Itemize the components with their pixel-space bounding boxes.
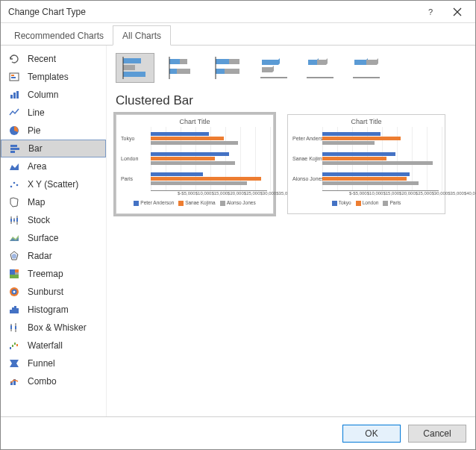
sidebar-item-funnel[interactable]: Funnel [1,354,106,372]
svg-text:?: ? [428,7,433,16]
subtype-3d-clustered-bar[interactable] [254,53,293,83]
subtype-stacked-bar[interactable] [162,53,201,83]
category-label: Sanae Kojima [292,156,325,161]
svg-rect-34 [10,310,12,313]
svg-point-14 [10,186,13,188]
preview-title: Chart Title [289,118,443,125]
sidebar-item-label: Stock [28,215,50,225]
svg-rect-51 [123,72,145,77]
tab-all-charts[interactable]: All Charts [113,25,171,46]
sidebar-item-area[interactable]: Area [1,157,106,175]
sidebar-item-radar[interactable]: Radar [1,247,106,265]
sidebar-item-stock[interactable]: Stock [1,211,106,229]
titlebar: Change Chart Type ? [1,1,475,23]
bar [322,172,410,176]
sidebar-item-label: Radar [28,251,52,261]
svg-rect-42 [10,347,11,349]
chart-content-pane: Clustered Bar Chart TitleTokyoLondonPari… [107,46,475,416]
sidebar-item-templates[interactable]: Templates [1,68,106,86]
category-icon [9,143,21,154]
svg-rect-54 [180,59,187,64]
sidebar-item-label: Histogram [28,304,69,315]
svg-rect-6 [10,95,13,99]
sidebar-item-label: Recent [28,54,56,64]
bar [151,137,224,140]
sidebar-item-combo[interactable]: Combo [1,372,106,390]
ok-button[interactable]: OK [342,425,401,443]
svg-rect-36 [14,306,16,313]
help-button[interactable]: ? [417,1,444,22]
chart-preview-1[interactable]: Chart TitlePeter AndersonSanae KojimaAlo… [287,114,445,214]
svg-marker-63 [262,58,280,65]
category-icon [8,196,20,208]
svg-rect-59 [229,59,239,64]
svg-rect-44 [14,343,16,345]
subtype-row [116,53,466,83]
category-icon [8,268,20,280]
svg-marker-67 [317,58,328,65]
sidebar-item-x-y-scatter-[interactable]: X Y (Scatter) [1,175,106,193]
bar [322,157,386,160]
subtype-3d-100-stacked-bar[interactable] [347,53,386,83]
sidebar-item-sunburst[interactable]: Sunburst [1,283,106,301]
category-label: London [121,156,138,161]
preview-title: Chart Title [118,118,272,125]
svg-marker-26 [12,254,16,258]
sidebar-item-label: Area [28,161,46,172]
sidebar-item-waterfall[interactable]: Waterfall [1,337,106,354]
subtype-100-stacked-bar[interactable] [208,53,247,83]
category-icon [8,53,20,65]
sidebar-item-surface[interactable]: Surface [1,229,106,247]
subtype-clustered-bar[interactable] [116,53,154,83]
sidebar-item-box-whisker[interactable]: Box & Whisker [1,319,106,337]
close-button[interactable] [444,1,471,22]
dialog-footer: OK Cancel [1,416,475,449]
svg-rect-28 [15,269,19,272]
category-icon [8,357,20,369]
cancel-button[interactable]: Cancel [408,425,466,443]
sidebar-item-map[interactable]: Map [1,193,106,211]
sidebar-item-label: Column [28,90,58,100]
svg-marker-64 [262,66,274,72]
sidebar-item-recent[interactable]: Recent [1,50,106,68]
category-icon [8,375,20,387]
sidebar-item-treemap[interactable]: Treemap [1,265,106,283]
svg-point-15 [13,182,16,184]
bar [151,141,238,145]
bar [151,157,215,160]
category-label: Tokyo [121,136,134,141]
svg-rect-10 [10,145,17,147]
bar [322,177,407,181]
svg-marker-66 [308,58,319,65]
sidebar-item-label: Treemap [28,269,63,279]
sidebar-item-histogram[interactable]: Histogram [1,301,106,319]
bar [322,137,401,140]
category-icon [8,304,20,316]
tab-recommended-charts[interactable]: Recommended Charts [5,26,113,45]
x-axis-ticks: $-$5,000$10,000$15,000$20,000$25,000$30,… [349,191,470,199]
svg-rect-56 [177,69,190,74]
svg-rect-55 [169,69,177,74]
svg-rect-41 [15,326,16,329]
sidebar-item-label: Bar [28,143,43,154]
svg-rect-27 [10,269,15,275]
chart-preview-0[interactable]: Chart TitleTokyoLondonParis$-$5,000$10,0… [116,114,274,214]
bar [151,161,235,165]
category-icon [8,250,20,262]
bar [322,181,419,185]
sidebar-item-line[interactable]: Line [1,104,106,122]
svg-rect-30 [10,275,19,278]
chart-category-sidebar: RecentTemplatesColumnLinePieBarAreaX Y (… [1,46,107,416]
svg-rect-60 [216,69,225,74]
sidebar-item-bar[interactable]: Bar [1,140,106,157]
category-icon [8,340,20,351]
sidebar-item-pie[interactable]: Pie [1,122,106,140]
svg-rect-37 [16,308,19,313]
category-icon [8,232,20,244]
sidebar-item-column[interactable]: Column [1,86,106,104]
sidebar-item-label: Sunburst [28,287,63,297]
svg-rect-11 [10,148,19,150]
subtype-3d-stacked-bar[interactable] [301,53,339,83]
svg-rect-61 [225,69,239,74]
svg-rect-45 [16,344,18,346]
